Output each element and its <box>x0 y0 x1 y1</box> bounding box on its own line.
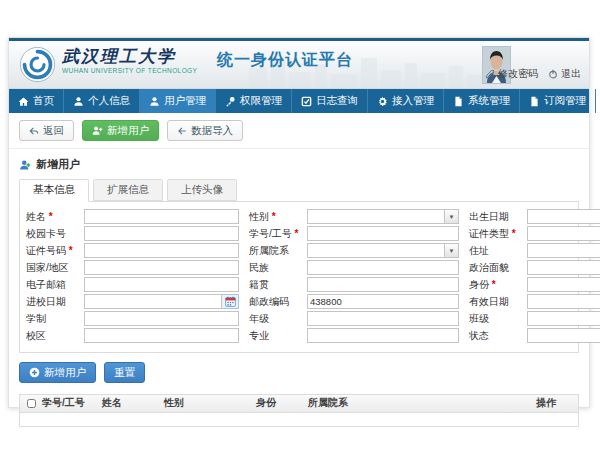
nav-item-home[interactable]: 首页 <box>9 89 64 113</box>
reset-button[interactable]: 重置 <box>104 362 145 383</box>
birth-date-control <box>527 209 600 224</box>
nav-item-subscription-management[interactable]: 订阅管理 <box>520 89 596 113</box>
entry-date-input[interactable] <box>84 294 222 309</box>
grade-input[interactable] <box>307 311 459 326</box>
data-import-button[interactable]: 数据导入 <box>167 120 243 141</box>
nav-item-label: 订阅管理 <box>544 94 586 108</box>
chevron-down-icon[interactable]: ▼ <box>445 243 459 258</box>
nav-item-profile[interactable]: 个人信息 <box>64 89 140 113</box>
users-icon <box>149 96 160 107</box>
change-password-link[interactable]: 修改密码 <box>485 67 538 81</box>
nav-item-system-management[interactable]: 系统管理 <box>444 89 520 113</box>
nav-item-label: 接入管理 <box>392 94 434 108</box>
campus-card-input[interactable] <box>84 226 239 241</box>
header-user-links: 修改密码 退出 <box>485 67 581 81</box>
department-select[interactable] <box>307 243 445 258</box>
field-gender: 性别 *▼ <box>249 209 459 224</box>
field-label-department: 所属院系 <box>249 244 307 258</box>
university-emblem-icon <box>19 46 56 83</box>
logout-link[interactable]: 退出 <box>548 67 581 81</box>
field-major: 专业 <box>249 328 459 343</box>
field-entry-date: 进校日期 <box>26 294 239 309</box>
table-header-col-2: 性别 <box>160 396 252 410</box>
valid-date-input[interactable] <box>527 294 600 309</box>
form-actions: 新增用户 重置 <box>19 362 579 383</box>
major-input[interactable] <box>307 328 459 343</box>
field-label-entry-date: 进校日期 <box>26 295 84 309</box>
user-table-header: 学号/工号姓名性别身份所属院系操作 <box>20 395 578 413</box>
reset-button-label: 重置 <box>114 366 135 379</box>
class-input[interactable] <box>527 311 600 326</box>
identity-input[interactable] <box>527 277 600 292</box>
tab-upload-avatar[interactable]: 上传头像 <box>167 179 237 201</box>
table-header-col-3: 身份 <box>252 396 304 410</box>
country-region-input[interactable] <box>84 260 239 275</box>
user-table-empty-body <box>20 413 578 426</box>
major-control <box>307 328 459 343</box>
gender-control: ▼ <box>307 209 459 224</box>
university-branding: 武汉理工大学 WUHAN UNIVERSITY OF TECHNOLOGY <box>62 48 197 75</box>
gender-select[interactable] <box>307 209 445 224</box>
nav-item-log-query[interactable]: 日志查询 <box>292 89 368 113</box>
field-identity: 身份 * <box>469 277 600 292</box>
political-status-input[interactable] <box>527 260 600 275</box>
add-user-submit-label: 新增用户 <box>44 366 86 379</box>
field-label-political-status: 政治面貌 <box>469 261 527 275</box>
field-student-id: 学号/工号 * <box>249 226 459 241</box>
field-ethnicity: 民族 <box>249 260 459 275</box>
name-input[interactable] <box>84 209 239 224</box>
tab-basic-info[interactable]: 基本信息 <box>19 179 89 202</box>
required-asterisk: * <box>49 211 53 222</box>
id-number-input[interactable] <box>84 243 239 258</box>
add-user-submit-button[interactable]: 新增用户 <box>19 362 96 383</box>
field-label-gender: 性别 * <box>249 210 307 224</box>
field-label-email: 电子邮箱 <box>26 278 84 292</box>
status-input[interactable] <box>527 328 600 343</box>
add-user-toolbar-button[interactable]: 新增用户 <box>82 120 159 141</box>
nav-item-access-management[interactable]: 接入管理 <box>368 89 444 113</box>
back-button[interactable]: 返回 <box>19 120 74 141</box>
tab-extended-info[interactable]: 扩展信息 <box>93 179 163 201</box>
nav-item-user-management[interactable]: 用户管理 <box>140 89 216 113</box>
add-user-toolbar-label: 新增用户 <box>107 124 149 137</box>
student-id-input[interactable] <box>307 226 459 241</box>
department-control: ▼ <box>307 243 459 258</box>
nav-item-permission-management[interactable]: 权限管理 <box>216 89 292 113</box>
native-place-input[interactable] <box>307 277 459 292</box>
field-department: 所属院系 ▼ <box>249 243 459 258</box>
field-label-native-place: 籍贯 <box>249 278 307 292</box>
nav-item-label: 首页 <box>33 94 54 108</box>
campus-input[interactable] <box>84 328 239 343</box>
ethnicity-input[interactable] <box>307 260 459 275</box>
field-id-number: 证件号码 * <box>26 243 239 258</box>
postal-code-input[interactable] <box>307 294 459 309</box>
plus-circle-icon <box>29 367 40 378</box>
select-all-checkbox[interactable] <box>27 399 36 408</box>
chevron-down-icon[interactable]: ▼ <box>445 209 459 224</box>
table-header-col-4: 所属院系 <box>304 396 532 410</box>
toolbar: 返回 新增用户 数据导入 <box>9 113 589 149</box>
field-name: 姓名 * <box>26 209 239 224</box>
calendar-icon[interactable] <box>222 294 239 309</box>
nav-item-label: 系统管理 <box>468 94 510 108</box>
school-system-input[interactable] <box>84 311 239 326</box>
section-title: 新增用户 <box>36 157 80 172</box>
select-all-cell <box>20 399 38 408</box>
import-arrow-icon <box>177 126 187 136</box>
class-control <box>527 311 600 326</box>
id-type-input[interactable] <box>527 226 600 241</box>
address-control <box>527 243 600 258</box>
add-user-section-icon <box>19 159 31 171</box>
required-asterisk: * <box>69 245 73 256</box>
screenshot-canvas: 武汉理工大学 WUHAN UNIVERSITY OF TECHNOLOGY 统一… <box>0 0 600 450</box>
email-control <box>84 277 239 292</box>
form-grid: 姓名 *性别 *▼出生日期 校园卡号 学号/工号 *证件类型 *证件号码 *所属… <box>26 209 572 343</box>
required-asterisk: * <box>512 228 516 239</box>
field-label-school-system: 学制 <box>26 312 84 326</box>
field-address: 住址 <box>469 243 600 258</box>
email-input[interactable] <box>84 277 239 292</box>
field-native-place: 籍贯 <box>249 277 459 292</box>
birth-date-input[interactable] <box>527 209 600 224</box>
entry-date-control <box>84 294 239 309</box>
address-input[interactable] <box>527 243 600 258</box>
